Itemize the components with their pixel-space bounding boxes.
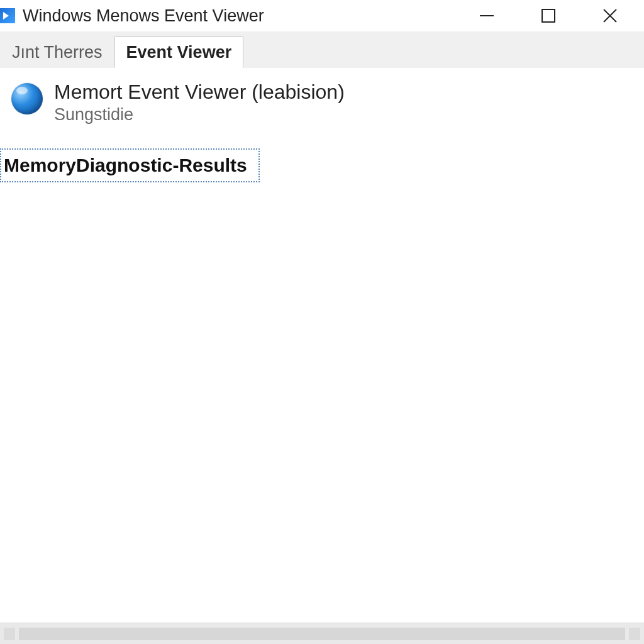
status-segment-right[interactable] [629,628,640,640]
header-text: Memort Event Viewer (leabision) Sungstid… [54,80,345,125]
titlebar[interactable]: Windows Menows Event Viewer [0,0,644,31]
tab-label: Jınt Therres [12,43,103,62]
status-segment-main[interactable] [19,628,625,640]
svg-rect-1 [542,9,555,22]
tab-label: Event Viewer [126,43,232,62]
content-pane: Memort Event Viewer (leabision) Sungstid… [0,68,644,623]
selected-log-label: MemoryDiagnostic-Results [4,155,247,175]
statusbar [0,623,644,644]
window-title: Windows Menows Event Viewer [23,6,264,26]
minimize-button[interactable] [474,3,499,28]
window-controls [474,3,644,28]
globe-icon [11,83,43,114]
window: Windows Menows Event Viewer Jınt Therres… [0,0,644,644]
tab-event-viewer[interactable]: Event Viewer [114,36,244,68]
tab-therres[interactable]: Jınt Therres [0,36,114,68]
selected-log-item[interactable]: MemoryDiagnostic-Results [0,148,260,182]
maximize-icon [540,8,557,24]
close-icon [601,7,619,25]
close-button[interactable] [597,3,623,28]
status-segment-left[interactable] [4,628,15,640]
content-title: Memort Event Viewer (leabision) [54,80,345,104]
app-icon [0,8,15,23]
content-header: Memort Event Viewer (leabision) Sungstid… [9,80,644,125]
content-subtitle: Sungstidie [54,105,345,125]
maximize-button[interactable] [536,3,561,28]
minimize-icon [478,7,496,25]
tabstrip: Jınt Therres Event Viewer [0,31,644,68]
